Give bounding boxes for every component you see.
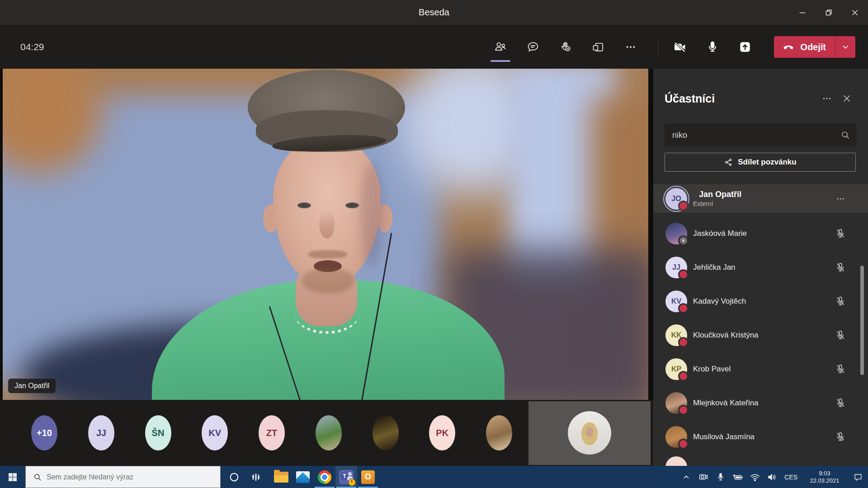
teams-icon: T: [339, 470, 354, 484]
minimize-button[interactable]: [789, 0, 816, 25]
restore-icon: [824, 8, 834, 18]
battery-button[interactable]: [729, 466, 746, 488]
filmstrip-avatar-initials[interactable]: PK: [429, 415, 455, 450]
mic-muted-icon[interactable]: [835, 431, 846, 443]
participants-panel: Účastníci: [653, 69, 868, 466]
chrome-icon: [318, 470, 331, 484]
camera-off-icon: [673, 40, 687, 54]
search-icon: [26, 473, 47, 482]
system-tray: CES 9:03 22.03.2021: [678, 466, 868, 488]
raise-hand-reactions-icon: [559, 40, 572, 54]
mic-muted-icon[interactable]: [835, 397, 846, 409]
filmstrip-avatar-initials[interactable]: ŠN: [145, 415, 171, 450]
microphone-toggle-button[interactable]: [702, 36, 723, 58]
mail-icon: [296, 471, 310, 483]
filmstrip-avatar-photo[interactable]: [316, 415, 342, 450]
presence-busy-badge: [678, 405, 689, 415]
start-button[interactable]: [0, 466, 25, 488]
outlook-button[interactable]: O: [357, 466, 379, 488]
person-eye-right: [345, 202, 359, 208]
task-view-button[interactable]: [245, 466, 267, 488]
filmstrip-avatar-photo[interactable]: [486, 415, 512, 450]
restore-button[interactable]: [816, 0, 842, 25]
task-view-icon: [251, 472, 261, 482]
mail-button[interactable]: [292, 466, 314, 488]
taskbar-clock[interactable]: 9:03 22.03.2021: [801, 470, 848, 484]
close-window-button[interactable]: [842, 0, 868, 25]
leave-options-button[interactable]: [835, 36, 855, 58]
volume-button[interactable]: [764, 466, 781, 488]
participants-button[interactable]: [490, 36, 511, 58]
person-mustache: [308, 250, 347, 258]
more-actions-button[interactable]: [620, 36, 642, 58]
participant-more-button[interactable]: [835, 194, 845, 204]
participant-row[interactable]: KPKrob Pavel: [653, 352, 868, 386]
participant-row[interactable]: KVKadavý Vojtěch: [653, 284, 868, 318]
teams-status-clock-badge: [348, 479, 356, 486]
share-invite-label: Sdílet pozvánku: [738, 158, 796, 167]
language-indicator[interactable]: CES: [781, 474, 801, 481]
share-screen-icon: [738, 40, 752, 54]
participant-row[interactable]: JJJehlička Jan: [653, 250, 868, 284]
participants-search-input[interactable]: [665, 131, 834, 140]
hidden-icons-button[interactable]: [678, 466, 695, 488]
participant-row[interactable]: KKKloučková Kristýna: [653, 318, 868, 352]
filmstrip-avatar-initials[interactable]: ZT: [259, 415, 285, 450]
hang-up-icon: [782, 41, 795, 53]
meeting-timer: 04:29: [20, 25, 44, 69]
person-necklace: [295, 295, 359, 334]
meet-now-button[interactable]: [695, 466, 712, 488]
chat-button[interactable]: [522, 36, 544, 58]
person-beard: [302, 267, 354, 294]
participant-row[interactable]: Musilová Jasmína: [653, 420, 868, 454]
avatar: [665, 426, 687, 448]
action-center-button[interactable]: [848, 466, 868, 488]
person-face-shadow: [360, 164, 383, 267]
mic-muted-icon[interactable]: [835, 262, 846, 273]
participant-row-selected[interactable]: JO Jan Opatřil Externí: [653, 184, 868, 213]
chevron-up-icon: [682, 473, 690, 481]
mic-muted-icon[interactable]: [835, 296, 846, 307]
cortana-button[interactable]: [223, 466, 245, 488]
mic-muted-icon[interactable]: [835, 329, 846, 341]
self-view-avatar: [568, 411, 611, 455]
breakout-rooms-button[interactable]: [587, 36, 609, 58]
person-nose-shadow: [319, 210, 335, 239]
participant-row[interactable]: ×Jaskóová Marie: [653, 216, 868, 250]
participants-more-button[interactable]: [817, 90, 837, 107]
reactions-button[interactable]: [555, 36, 576, 58]
speaker-icon: [767, 472, 778, 483]
filmstrip-avatar-initials[interactable]: JJ: [88, 415, 114, 450]
chrome-button[interactable]: [314, 466, 335, 488]
close-icon: [841, 93, 852, 104]
active-speaker-name-tag: Jan Opatřil: [8, 379, 56, 393]
tray-microphone-button[interactable]: [712, 466, 729, 488]
active-speaker-video[interactable]: Jan Opatřil: [3, 69, 648, 400]
share-invite-button[interactable]: Sdílet pozvánku: [665, 153, 856, 172]
wifi-icon: [750, 472, 760, 483]
taskbar-search-input[interactable]: [47, 473, 220, 481]
share-invite-icon: [724, 158, 733, 167]
panel-scrollbar-thumb[interactable]: [860, 266, 864, 375]
more-icon: [821, 93, 832, 104]
self-view-tile[interactable]: [528, 401, 651, 465]
mic-muted-icon[interactable]: [835, 228, 846, 239]
share-screen-button[interactable]: [734, 36, 756, 58]
close-icon: [850, 8, 860, 18]
filmstrip-avatar-initials[interactable]: KV: [202, 415, 228, 450]
close-panel-button[interactable]: [837, 90, 857, 107]
presence-busy-badge: [678, 439, 689, 449]
filmstrip-avatar-initials[interactable]: +10: [31, 415, 57, 450]
meeting-stage: Jan Opatřil: [0, 69, 653, 400]
outlook-icon: O: [361, 470, 375, 484]
file-explorer-icon: [274, 472, 288, 483]
participants-search-box: [665, 123, 857, 147]
mic-muted-icon[interactable]: [835, 363, 846, 375]
wifi-button[interactable]: [746, 466, 764, 488]
filmstrip-avatar-photo[interactable]: [373, 415, 399, 450]
participant-row[interactable]: Mlejnková Kateřina: [653, 386, 868, 420]
file-explorer-button[interactable]: [270, 466, 292, 488]
teams-button[interactable]: T: [335, 466, 357, 488]
camera-toggle-button[interactable]: [669, 36, 691, 58]
leave-button[interactable]: Odejít: [774, 36, 835, 58]
